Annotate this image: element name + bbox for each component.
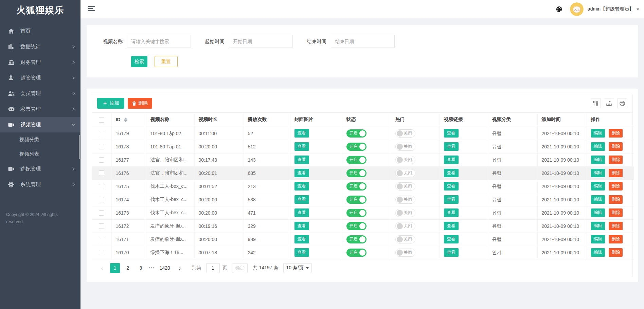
sidebar-item-system[interactable]: 系统管理 bbox=[0, 177, 80, 192]
cover-view-button[interactable]: 查看 bbox=[294, 248, 309, 257]
edit-button[interactable]: 编辑 bbox=[591, 248, 605, 257]
print-icon[interactable] bbox=[617, 98, 627, 108]
status-toggle[interactable]: 开启 bbox=[346, 129, 366, 138]
cover-view-button[interactable]: 查看 bbox=[294, 208, 309, 217]
cover-view-button[interactable]: 查看 bbox=[294, 169, 309, 177]
link-view-button[interactable]: 查看 bbox=[444, 129, 459, 138]
row-checkbox[interactable] bbox=[99, 210, 104, 216]
sidebar-item-lottery[interactable]: 彩票管理 bbox=[0, 101, 80, 117]
reset-button[interactable]: 重置 bbox=[155, 56, 178, 67]
row-checkbox[interactable] bbox=[99, 131, 104, 136]
sidebar-item-video-list[interactable]: 视频列表 bbox=[0, 147, 80, 161]
status-toggle[interactable]: 开启 bbox=[346, 156, 366, 164]
edit-button[interactable]: 编辑 bbox=[591, 129, 605, 138]
row-checkbox[interactable] bbox=[99, 157, 104, 163]
cover-view-button[interactable]: 查看 bbox=[294, 129, 309, 138]
link-view-button[interactable]: 查看 bbox=[444, 208, 459, 217]
page-button-1420[interactable]: 1420 bbox=[158, 263, 172, 273]
sidebar-item-video-category[interactable]: 视频分类 bbox=[0, 132, 80, 147]
delete-button[interactable]: 删除 bbox=[609, 235, 623, 243]
next-page-button[interactable]: › bbox=[175, 263, 185, 273]
hamburger-menu-icon[interactable] bbox=[88, 6, 95, 12]
sidebar-scrollbar[interactable] bbox=[79, 135, 80, 159]
hot-toggle[interactable]: 关闭 bbox=[395, 129, 415, 138]
video-name-input[interactable] bbox=[127, 35, 191, 48]
status-toggle[interactable]: 开启 bbox=[346, 169, 366, 177]
sidebar-item-superadmin[interactable]: 超管管理 bbox=[0, 70, 80, 86]
status-toggle[interactable]: 开启 bbox=[346, 143, 366, 151]
export-icon[interactable] bbox=[604, 98, 614, 108]
cover-view-button[interactable]: 查看 bbox=[294, 195, 309, 204]
per-page-select[interactable]: 10 条/页 bbox=[283, 263, 312, 273]
add-button[interactable]: ＋ 添加 bbox=[97, 98, 124, 109]
edit-button[interactable]: 编辑 bbox=[591, 142, 605, 151]
page-button-1[interactable]: 1 bbox=[110, 263, 120, 273]
hot-toggle[interactable]: 关闭 bbox=[395, 156, 415, 164]
link-view-button[interactable]: 查看 bbox=[444, 195, 459, 204]
cover-view-button[interactable]: 查看 bbox=[294, 142, 309, 151]
hot-toggle[interactable]: 关闭 bbox=[395, 235, 415, 243]
row-checkbox[interactable] bbox=[99, 250, 104, 255]
hot-toggle[interactable]: 关闭 bbox=[395, 169, 415, 177]
page-button-2[interactable]: 2 bbox=[123, 263, 133, 273]
cover-view-button[interactable]: 查看 bbox=[294, 156, 309, 164]
delete-button[interactable]: 删除 bbox=[609, 182, 623, 190]
delete-button[interactable]: 删除 bbox=[609, 129, 623, 138]
delete-button[interactable]: 删除 bbox=[609, 208, 623, 217]
link-view-button[interactable]: 查看 bbox=[444, 156, 459, 164]
link-view-button[interactable]: 查看 bbox=[444, 235, 459, 243]
delete-button[interactable]: 删除 bbox=[609, 222, 623, 230]
goto-page-input[interactable] bbox=[206, 263, 220, 273]
row-checkbox[interactable] bbox=[99, 223, 104, 229]
delete-button[interactable]: 删除 bbox=[609, 169, 623, 177]
theme-palette-icon[interactable] bbox=[556, 6, 562, 13]
hot-toggle[interactable]: 关闭 bbox=[395, 249, 415, 257]
hot-toggle[interactable]: 关闭 bbox=[395, 209, 415, 217]
edit-button[interactable]: 编辑 bbox=[591, 208, 605, 217]
sidebar-item-members[interactable]: 会员管理 bbox=[0, 86, 80, 101]
bulk-delete-button[interactable]: 删除 bbox=[128, 98, 152, 109]
cover-view-button[interactable]: 查看 bbox=[294, 235, 309, 243]
status-toggle[interactable]: 开启 bbox=[346, 235, 366, 243]
search-button[interactable]: 检索 bbox=[131, 56, 147, 67]
page-button-3[interactable]: 3 bbox=[136, 263, 146, 273]
row-checkbox[interactable] bbox=[99, 184, 104, 189]
user-menu[interactable]: admin【超级管理员】 bbox=[588, 6, 639, 12]
link-view-button[interactable]: 查看 bbox=[444, 142, 459, 151]
sidebar-item-finance[interactable]: 财务管理 bbox=[0, 54, 80, 70]
edit-button[interactable]: 编辑 bbox=[591, 235, 605, 243]
status-toggle[interactable]: 开启 bbox=[346, 182, 366, 190]
goto-confirm-button[interactable]: 确定 bbox=[232, 263, 248, 273]
row-checkbox[interactable] bbox=[99, 237, 104, 242]
hot-toggle[interactable]: 关闭 bbox=[395, 222, 415, 230]
avatar[interactable] bbox=[570, 2, 584, 16]
edit-button[interactable]: 编辑 bbox=[591, 169, 605, 177]
hot-toggle[interactable]: 关闭 bbox=[395, 196, 415, 204]
row-checkbox[interactable] bbox=[99, 197, 104, 202]
link-view-button[interactable]: 查看 bbox=[444, 248, 459, 257]
columns-filter-icon[interactable] bbox=[591, 98, 601, 108]
edit-button[interactable]: 编辑 bbox=[591, 182, 605, 190]
sidebar-item-video[interactable]: 视频管理 bbox=[0, 117, 80, 132]
link-view-button[interactable]: 查看 bbox=[444, 182, 459, 190]
link-view-button[interactable]: 查看 bbox=[444, 169, 459, 177]
row-checkbox[interactable] bbox=[99, 170, 104, 176]
delete-button[interactable]: 删除 bbox=[609, 195, 623, 204]
sidebar-item-statistics[interactable]: 数据统计 bbox=[0, 39, 80, 54]
cover-view-button[interactable]: 查看 bbox=[294, 222, 309, 230]
start-date-input[interactable] bbox=[229, 35, 293, 48]
hot-toggle[interactable]: 关闭 bbox=[395, 143, 415, 151]
cover-view-button[interactable]: 查看 bbox=[294, 182, 309, 190]
link-view-button[interactable]: 查看 bbox=[444, 222, 459, 230]
select-all-checkbox[interactable] bbox=[99, 117, 104, 123]
status-toggle[interactable]: 开启 bbox=[346, 209, 366, 217]
end-date-input[interactable] bbox=[331, 35, 395, 48]
row-checkbox[interactable] bbox=[99, 144, 104, 149]
sort-icon[interactable] bbox=[124, 117, 127, 122]
edit-button[interactable]: 编辑 bbox=[591, 222, 605, 230]
header-id[interactable]: ID bbox=[111, 113, 146, 127]
status-toggle[interactable]: 开启 bbox=[346, 222, 366, 230]
delete-button[interactable]: 删除 bbox=[609, 248, 623, 257]
sidebar-item-concubine[interactable]: 选妃管理 bbox=[0, 161, 80, 177]
delete-button[interactable]: 删除 bbox=[609, 156, 623, 164]
